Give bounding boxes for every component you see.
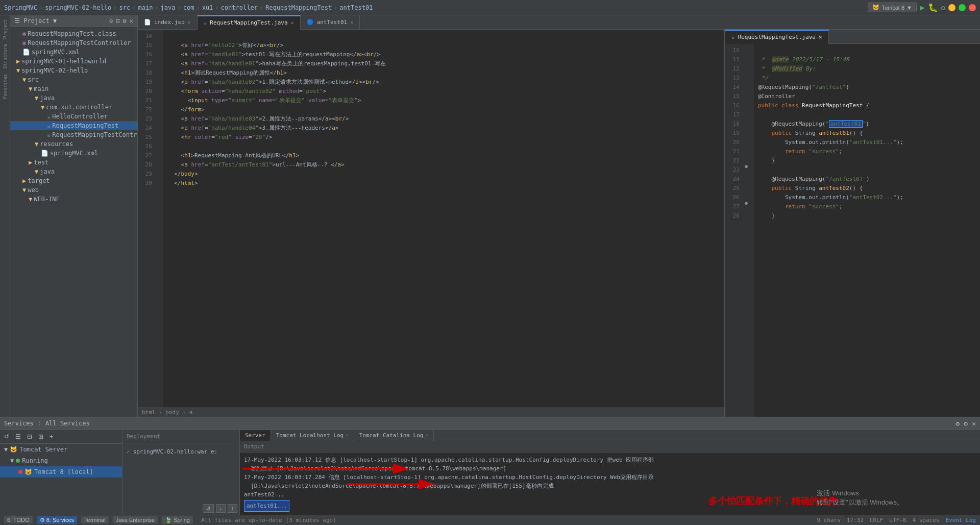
maximize-button[interactable] (959, 4, 966, 11)
breadcrumb-item[interactable]: main (138, 4, 153, 11)
char-count: 9 chars (817, 517, 840, 523)
spring-tab[interactable]: 🍃 Spring (162, 516, 193, 524)
breadcrumb-item[interactable]: src (119, 4, 131, 11)
win-activate: 激活 Windows 转到"设置"以激活 Windows。 (817, 489, 903, 507)
services-refresh-btn[interactable]: ↺ (2, 432, 11, 441)
services-label: Services (4, 420, 34, 427)
tree-item[interactable]: 📄 springMVC.xml (10, 149, 137, 158)
right-code-panel: ☕ RequestMappingTest.java ✕ 101112131415… (725, 30, 980, 417)
line-col: 17:32 (847, 517, 864, 523)
tree-item[interactable]: ▼ web (10, 185, 137, 195)
svc-tab-catalina[interactable]: Tomcat Catalina Log ✕ (354, 430, 434, 441)
services-add-btn[interactable]: + (47, 432, 55, 441)
services-tab-btn[interactable]: ⚙ 8: Services (37, 516, 77, 524)
tree-item[interactable]: ▼ WEB-INF (10, 195, 137, 204)
redeploy-btn[interactable]: ↺ (203, 504, 214, 513)
todo-tab[interactable]: 6: TODO (4, 516, 33, 523)
svc-tab-localhost[interactable]: Tomcat Localhost Log ✕ (271, 430, 354, 441)
breadcrumb: SpringMVC › springMVC-02-hello › src › m… (4, 4, 868, 11)
right-code-area[interactable]: 10111213141516171819202122232425262728 ●… (725, 44, 980, 417)
favorites-icon[interactable]: Favorites (2, 72, 9, 101)
tree-item[interactable]: ▼ java (10, 167, 137, 176)
sync-icon[interactable]: ⊕ (109, 17, 113, 25)
breadcrumb-item[interactable]: com (183, 4, 194, 11)
project-title: ☰ Project ▼ (14, 17, 57, 25)
services-deployment: Deployment ✓ springMVC-02-hello:war e: ↺… (122, 430, 240, 515)
gear-icon[interactable]: ⚙ (123, 17, 127, 25)
collapse-icon[interactable]: ⊟ (116, 17, 119, 25)
stop-btn[interactable] (18, 470, 22, 474)
breadcrumb-item[interactable]: SpringMVC (4, 4, 37, 11)
breadcrumb-item[interactable]: java (161, 4, 176, 11)
breadcrumb-item[interactable]: antTest01 (339, 4, 373, 11)
down-btn[interactable]: ↓ (216, 504, 226, 513)
project-icon[interactable]: Project (2, 17, 9, 41)
tree-item[interactable]: ◉ RequestMappingTest.class (10, 29, 137, 38)
code-content-left[interactable]: 1415161718192021222324252627282930 <a hr… (138, 30, 724, 408)
tree-item[interactable]: 📄 springMVC.xml (10, 47, 137, 57)
deploy-item[interactable]: ✓ springMVC-02-hello:war e: (127, 447, 235, 456)
left-sidebar-icons: Project Structure Favorites (0, 15, 10, 417)
event-log[interactable]: Event Log (945, 517, 976, 523)
tree-item[interactable]: ▶ test (10, 158, 137, 167)
breadcrumb-item[interactable]: springMVC-02-hello (45, 4, 111, 11)
running-item[interactable]: ▼ Running (0, 455, 122, 466)
settings-icon[interactable]: ⚙ (941, 4, 945, 12)
java-enterprise-tab[interactable]: Java Enterprise (113, 516, 158, 523)
services-close-icon[interactable]: ✕ (972, 420, 976, 427)
editors-container: 1415161718192021222324252627282930 <a hr… (138, 30, 980, 417)
breadcrumb-item[interactable]: controller (221, 4, 258, 11)
editor-tab-bar: 📄 index.jsp ✕ ☕ RequestMappingTest.java … (138, 15, 980, 30)
editor-area: 📄 index.jsp ✕ ☕ RequestMappingTest.java … (138, 15, 980, 417)
run-icon[interactable]: ▶ (920, 3, 925, 12)
close-button[interactable] (969, 4, 976, 11)
tree-item[interactable]: ▼ com.xu1.controller (10, 103, 137, 112)
terminal-tab[interactable]: Terminal (81, 516, 109, 523)
svc-tab-server[interactable]: Server (240, 430, 271, 441)
services-config-icon[interactable]: ⚙ (964, 420, 968, 427)
minimize-button[interactable] (948, 4, 955, 11)
tomcat-selector[interactable]: 🐱 Tomcat 8 ▼ (868, 3, 917, 12)
tree-item[interactable]: ▼ main (10, 84, 137, 93)
tomcat-server-item[interactable]: ▼ 🐱 Tomcat Server (0, 444, 122, 455)
services-header: Services : All Services ⚙ ⚙ ✕ (0, 418, 980, 430)
tab-anttest01[interactable]: 🔵 antTest01 ✕ (301, 15, 360, 30)
tree-item[interactable]: ◉ RequestMappingTestController (10, 38, 137, 47)
services-tree: ↺ ☰ ⊟ ⊞ + ▼ 🐱 Tomcat Server ▼ Running (0, 430, 122, 515)
tree-item-selected[interactable]: ☕ RequestMappingTest (10, 121, 137, 130)
code-lines-left[interactable]: <a href="hello02">你好</a><br/> <a href="h… (163, 30, 724, 408)
services-collapse-btn[interactable]: ⊟ (25, 432, 34, 441)
output-line: 17-May-2022 16:03:17.12 信息 [localhost-st… (244, 456, 976, 464)
structure-icon[interactable]: Structure (2, 42, 9, 71)
line-numbers-left: 1415161718192021222324252627282930 (138, 30, 156, 408)
code-lines-right[interactable]: * @date 2022/5/17 - 15:48 * @Modified By… (754, 44, 980, 417)
tree-item[interactable]: ▶ target (10, 176, 137, 185)
tab-index-jsp[interactable]: 📄 index.jsp ✕ (138, 15, 198, 30)
project-header: ☰ Project ▼ ⊕ ⊟ ⚙ ✕ (10, 15, 137, 27)
debug-icon[interactable]: 🐛 (928, 3, 938, 12)
services-settings-icon[interactable]: ⚙ (956, 420, 960, 427)
tomcat-label: Tomcat 8 (881, 5, 904, 11)
charset[interactable]: UTF-8 (889, 517, 906, 523)
status-bar-left: 6: TODO ⚙ 8: Services Terminal Java Ente… (4, 516, 811, 524)
tree-item[interactable]: ☕ HelloController (10, 112, 137, 121)
tree-item[interactable]: ▼ resources (10, 139, 137, 149)
tree-item[interactable]: ☕ RequestMappingTestController (10, 130, 137, 139)
breadcrumb-item[interactable]: xu1 (202, 4, 213, 11)
tree-item[interactable]: ▼ springMVC-02-hello (10, 66, 137, 75)
services-expand-btn[interactable]: ☰ (13, 432, 23, 441)
tree-item[interactable]: ▼ src (10, 75, 137, 84)
tree-item[interactable]: ▶ springMVC-01-helloworld (10, 57, 137, 66)
close-panel-icon[interactable]: ✕ (130, 17, 133, 25)
deployment-header: Deployment (122, 430, 239, 443)
services-filter-btn[interactable]: ⊞ (36, 432, 45, 441)
tab-requestmappingtest[interactable]: ☕ RequestMappingTest.java ✕ (198, 15, 301, 30)
deployment-area: ✓ springMVC-02-hello:war e: (122, 443, 239, 460)
tomcat8-local-item[interactable]: 🐱 Tomcat 8 [local] (0, 466, 122, 478)
left-code-pane: 1415161718192021222324252627282930 <a hr… (138, 30, 725, 417)
breadcrumb-item[interactable]: RequestMappingTest (265, 4, 332, 11)
tree-item[interactable]: ▼ java (10, 93, 137, 103)
indent-spaces[interactable]: 4 spaces (912, 517, 939, 523)
right-tab-requestmappingtest[interactable]: ☕ RequestMappingTest.java ✕ (725, 30, 829, 44)
up-btn[interactable]: ↑ (228, 504, 237, 513)
